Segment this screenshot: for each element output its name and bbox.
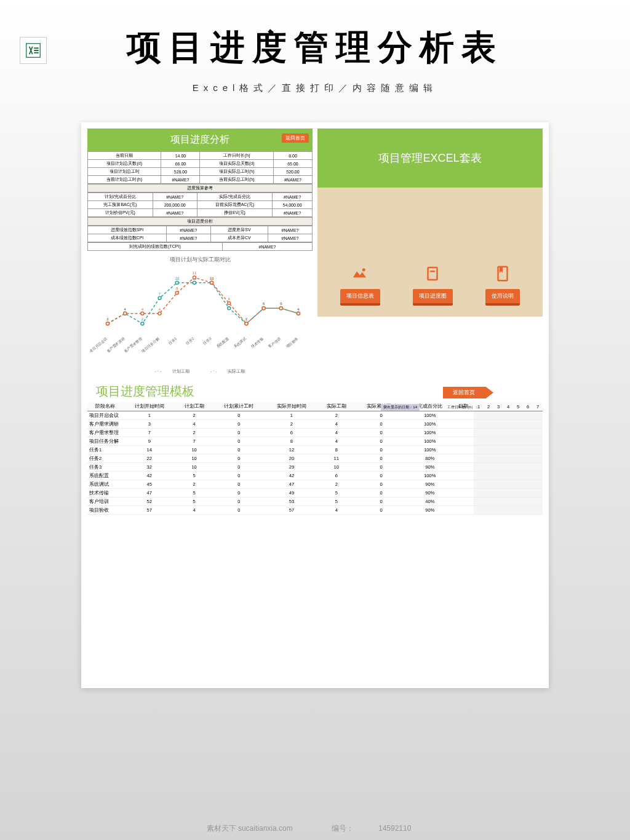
svg-text:4: 4 xyxy=(159,307,161,311)
footer: 素材天下 sucaitianxia.com 编号：14592110 xyxy=(0,823,630,834)
spreadsheet-preview: 项目进度分析 返回首页 当前日期14.00工作日时长(h)8.00项目计划总天数… xyxy=(81,122,549,688)
svg-point-25 xyxy=(106,322,110,325)
svg-text:客户需求整理: 客户需求整理 xyxy=(123,336,143,354)
svg-text:项目验收: 项目验收 xyxy=(285,336,298,349)
table-row: 技术传输4750495090% xyxy=(87,489,543,497)
svg-point-39 xyxy=(228,302,231,305)
right-banner: 项目管理EXCEL套表 xyxy=(317,129,543,188)
svg-text:6: 6 xyxy=(228,297,231,301)
left-banner: 项目进度分析 返回首页 xyxy=(87,129,313,151)
svg-text:7: 7 xyxy=(159,292,161,296)
svg-point-41 xyxy=(245,322,248,325)
table-row: 任务2221002011080% xyxy=(87,454,543,463)
gantt-table: 阶段名称计划开始时间计划工期计划累计工时实际开始时间实际工期实际累计工时完成百分… xyxy=(87,402,543,515)
svg-text:系统调试: 系统调试 xyxy=(233,336,247,349)
tcpi-row: 到完成时的绩效指数(TCPI)#NAME? xyxy=(87,242,313,251)
svg-text:8: 8 xyxy=(176,287,178,290)
svg-point-15 xyxy=(228,307,231,310)
table-row: 客户培训5250535040% xyxy=(87,497,543,506)
table-row: 系统配置42504260100% xyxy=(87,472,543,480)
svg-point-29 xyxy=(141,312,144,315)
table-row: 项目开启会议120120100% xyxy=(87,411,543,420)
nav-0[interactable]: 项目信息表 xyxy=(340,264,380,306)
table-row: 项目任务分解970840100% xyxy=(87,437,543,446)
table-row: 客户需求调研340240100% xyxy=(87,420,543,429)
svg-text:4: 4 xyxy=(124,307,127,311)
svg-text:11: 11 xyxy=(193,271,197,275)
svg-point-31 xyxy=(158,312,161,315)
svg-text:5: 5 xyxy=(263,302,265,306)
svg-point-43 xyxy=(262,307,265,310)
svg-text:2: 2 xyxy=(106,317,109,321)
table-row: 客户需求整理720640100% xyxy=(87,429,543,437)
svg-text:4: 4 xyxy=(142,307,144,311)
info-table-1: 当前日期14.00工作日时长(h)8.00项目计划总天数(d)66.00项目实际… xyxy=(87,151,313,184)
svg-text:10: 10 xyxy=(175,277,179,280)
table-row: 任务1141001280100% xyxy=(87,446,543,454)
svg-point-33 xyxy=(175,291,178,295)
svg-point-61 xyxy=(362,268,365,271)
svg-text:客户需求调研: 客户需求调研 xyxy=(106,336,126,354)
svg-text:项目开启会议: 项目开启会议 xyxy=(90,336,108,354)
svg-text:系统配置: 系统配置 xyxy=(215,336,229,349)
table-row: 项目验收5740574090% xyxy=(87,506,543,515)
svg-point-9 xyxy=(175,281,178,284)
svg-point-27 xyxy=(124,312,127,315)
svg-text:2: 2 xyxy=(245,317,248,321)
svg-text:10: 10 xyxy=(210,277,214,280)
svg-text:客户培训: 客户培训 xyxy=(268,336,282,349)
svg-text:项目任务分解: 项目任务分解 xyxy=(141,336,160,354)
svg-rect-63 xyxy=(431,271,436,272)
chart-legend: - · - 计划工期 - · - 实际工期 xyxy=(90,368,310,374)
subtitle: Excel格式／直接打印／内容随意编辑 xyxy=(37,82,593,94)
table-row: 任务3321002910090% xyxy=(87,463,543,472)
svg-point-11 xyxy=(193,281,196,284)
svg-point-5 xyxy=(141,322,144,325)
excel-icon xyxy=(20,37,47,64)
svg-text:5: 5 xyxy=(280,302,282,306)
svg-text:任务2: 任务2 xyxy=(185,336,195,346)
nav-buttons: 项目信息表项目进度图使用说明 xyxy=(317,188,543,317)
svg-point-45 xyxy=(279,307,282,310)
svg-rect-62 xyxy=(428,267,437,280)
chart-title: 项目计划与实际工期对比 xyxy=(90,256,310,264)
back-button[interactable]: 返回首页 xyxy=(282,133,309,143)
svg-text:2: 2 xyxy=(142,317,144,321)
table-row: 系统调试4520472090% xyxy=(87,480,543,489)
line-chart: 24271010105255424448111062554项目开启会议客户需求调… xyxy=(90,266,310,365)
svg-point-35 xyxy=(193,276,196,279)
svg-text:技术传输: 技术传输 xyxy=(250,336,264,349)
page-title: 项目进度管理分析表 xyxy=(37,25,593,71)
svg-point-7 xyxy=(158,296,161,299)
info-table-3: 进度绩效指数SPI#NAME?进度差异SV#NAME?成本绩效指数CPI#NAM… xyxy=(87,226,313,242)
nav-2[interactable]: 使用说明 xyxy=(485,264,520,306)
svg-text:任务1: 任务1 xyxy=(167,336,178,346)
svg-text:任务3: 任务3 xyxy=(202,336,212,346)
svg-point-37 xyxy=(210,281,213,284)
svg-point-47 xyxy=(297,312,300,315)
back-arrow[interactable]: 返回首页 xyxy=(443,387,493,398)
info-table-2: 计划/完成百分比#NAME?实际/完成百分比#NAME?完工预算BAC(元)20… xyxy=(87,192,313,217)
nav-1[interactable]: 项目进度图 xyxy=(413,264,453,306)
svg-text:4: 4 xyxy=(297,307,300,311)
